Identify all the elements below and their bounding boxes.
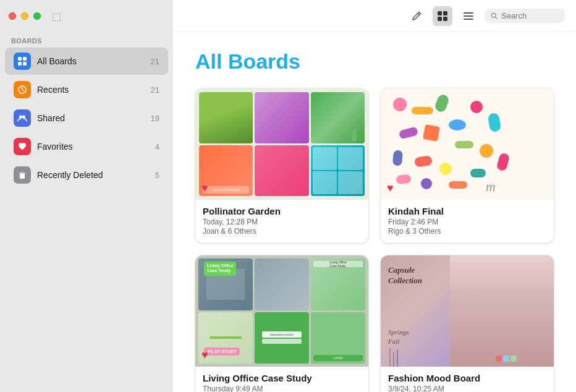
sidebar-recently-deleted-label: Recently Deleted <box>37 170 149 180</box>
board-date-fashion: 3/9/24, 10:25 AM <box>388 385 546 392</box>
pollinator-heart-icon: ♥ <box>201 182 208 195</box>
board-thumbnail-office: Living OfficeCase Study INDOOR/OUTDOOR L… <box>195 255 368 367</box>
svg-rect-0 <box>18 57 22 61</box>
sidebar-favorites-count: 4 <box>155 142 159 151</box>
board-name-pollinator: Pollinator Garden <box>203 206 361 216</box>
svg-rect-9 <box>438 11 442 15</box>
shared-icon <box>14 109 31 127</box>
svg-rect-12 <box>443 17 447 21</box>
board-thumbnail-kindah: m ♥ <box>381 88 554 200</box>
board-thumbnail-fashion: CapsuleCollection Springs Fall <box>381 255 554 367</box>
office-heart-icon: ♥ <box>201 349 208 362</box>
svg-point-5 <box>19 116 22 119</box>
svg-line-17 <box>495 17 497 19</box>
search-box[interactable] <box>485 9 565 23</box>
page-title: All Boards <box>195 49 554 74</box>
svg-rect-10 <box>443 11 447 15</box>
maximize-button[interactable] <box>33 12 41 20</box>
minimize-button[interactable] <box>21 12 28 20</box>
sidebar-recents-label: Recents <box>37 85 145 95</box>
sidebar-shared-count: 19 <box>151 114 159 123</box>
board-card-living-office[interactable]: Living OfficeCase Study INDOOR/OUTDOOR L… <box>195 255 368 392</box>
svg-rect-3 <box>23 62 27 66</box>
svg-rect-1 <box>23 57 27 61</box>
sidebar-recents-count: 21 <box>151 85 159 95</box>
sidebar-all-boards-label: All Boards <box>37 56 145 66</box>
board-info-kindah: Kindah Final Friday 2:46 PM Rigo & 3 Oth… <box>381 200 554 243</box>
close-button[interactable] <box>9 12 16 20</box>
board-date-pollinator: Today, 12:28 PM <box>203 218 361 226</box>
board-info-fashion: Fashion Mood Board 3/9/24, 10:25 AM Joan… <box>381 367 554 392</box>
board-card-pollinator-garden[interactable]: Annual & Perennial ♥ Pollinator Garden <box>195 88 368 243</box>
board-collaborators-kindah: Rigo & 3 Others <box>388 227 546 236</box>
sidebar-item-shared[interactable]: Shared 19 <box>5 104 168 132</box>
board-date-office: Thursday 9:49 AM <box>203 385 361 392</box>
svg-rect-2 <box>18 62 22 66</box>
sidebar-item-recently-deleted[interactable]: Recently Deleted 5 <box>5 161 168 189</box>
sidebar: ⬚ Boards All Boards 21 Recents 21 <box>0 0 173 392</box>
kindah-heart-icon: ♥ <box>387 182 394 195</box>
sidebar-all-boards-count: 21 <box>151 57 159 66</box>
board-info-pollinator: Pollinator Garden Today, 12:28 PM Joan &… <box>195 200 368 243</box>
sidebar-favorites-label: Favorites <box>37 142 149 151</box>
sidebar-recently-deleted-count: 5 <box>155 171 159 180</box>
sidebar-section-label: Boards <box>0 32 173 47</box>
sidebar-toggle-icon[interactable]: ⬚ <box>52 11 61 22</box>
sidebar-shared-label: Shared <box>37 113 145 123</box>
favorites-icon <box>14 138 31 155</box>
board-name-office: Living Office Case Study <box>203 373 361 383</box>
titlebar: ⬚ <box>0 0 173 32</box>
boards-grid: Annual & Perennial ♥ Pollinator Garden <box>195 88 554 392</box>
sidebar-item-favorites[interactable]: Favorites 4 <box>5 133 168 160</box>
sidebar-item-recents[interactable]: Recents 21 <box>5 76 168 103</box>
content-area: All Boards Annual & Pe <box>173 32 576 392</box>
list-view-button[interactable] <box>459 6 478 26</box>
toolbar <box>173 0 576 32</box>
recents-icon <box>14 81 31 98</box>
svg-point-6 <box>22 116 25 119</box>
recently-deleted-icon <box>14 166 31 184</box>
board-card-fashion-mood[interactable]: CapsuleCollection Springs Fall <box>381 255 554 392</box>
main-content: All Boards Annual & Pe <box>173 0 576 392</box>
board-name-kindah: Kindah Final <box>388 206 546 216</box>
board-thumbnail-pollinator: Annual & Perennial ♥ <box>195 88 368 200</box>
board-card-kindah-final[interactable]: m ♥ Kindah Final Friday 2:46 PM Rigo & 3… <box>381 88 554 243</box>
search-input[interactable] <box>501 11 559 20</box>
board-collaborators-pollinator: Joan & 6 Others <box>203 227 361 236</box>
svg-rect-7 <box>20 173 25 179</box>
sidebar-item-all-boards[interactable]: All Boards 21 <box>5 48 168 75</box>
svg-rect-11 <box>438 17 442 21</box>
new-board-button[interactable] <box>407 6 426 26</box>
board-date-kindah: Friday 2:46 PM <box>388 218 546 226</box>
search-icon <box>491 12 498 20</box>
board-info-office: Living Office Case Study Thursday 9:49 A… <box>195 367 368 392</box>
all-boards-icon <box>14 53 31 70</box>
board-name-fashion: Fashion Mood Board <box>388 373 546 383</box>
grid-view-button[interactable] <box>433 6 452 26</box>
